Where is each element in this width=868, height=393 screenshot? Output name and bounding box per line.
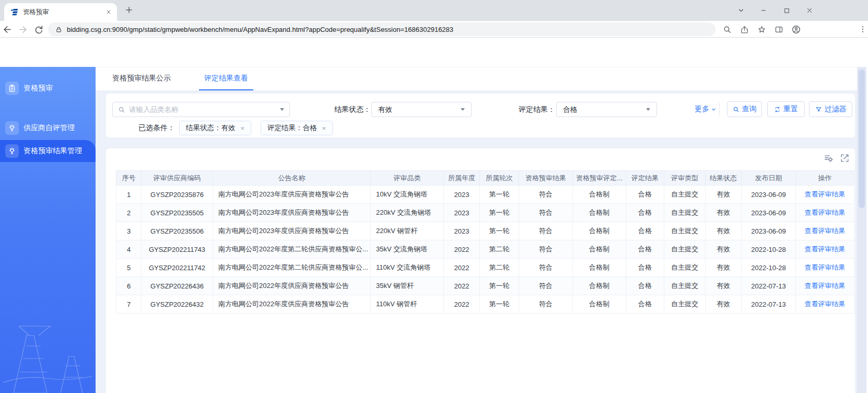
- review-type: 自主提交: [664, 295, 706, 314]
- filter-chip-verdict: 评定结果：合格 ×: [261, 121, 333, 135]
- selected-conditions-label: 已选条件：: [138, 123, 175, 133]
- review-type: 自主提交: [664, 186, 706, 204]
- notice-name: 南方电网公司2022年度第二轮供应商资格预审公...: [213, 259, 371, 277]
- eval-result: 合格: [626, 204, 664, 222]
- tab-prequal-result-publicity[interactable]: 资格预审结果公示: [107, 67, 176, 90]
- column-header: 资格预审结果: [519, 171, 573, 186]
- table-row: 6GYSZP20226436南方电网公司2022年度供应商资格预审公告35kV …: [116, 277, 854, 295]
- result-status: 有效: [706, 240, 742, 259]
- share-icon[interactable]: [738, 24, 750, 35]
- view-review-result-link[interactable]: 查看评审结果: [805, 245, 846, 253]
- new-tab-button[interactable]: [124, 5, 134, 15]
- address-bar[interactable]: bidding.csg.cn:9090/gmp/static/gmpweb/wo…: [48, 22, 715, 36]
- column-header: 结果状态: [706, 171, 742, 186]
- scrollbar-thumb[interactable]: [859, 70, 865, 208]
- eval-result: 合格: [626, 186, 664, 204]
- action-cell: 查看评审结果: [796, 204, 854, 222]
- chevron-down-icon: [280, 108, 284, 111]
- tab-close-icon[interactable]: [105, 9, 112, 15]
- tab-title: 资格预审: [23, 8, 101, 17]
- table-row: 3GYSZP20235506南方电网公司2023年度供应商资格预审公告220kV…: [116, 222, 854, 240]
- bookmark-star-icon[interactable]: [755, 24, 768, 35]
- table-row: 2GYSZP20235505南方电网公司2023年度供应商资格预审公告220kV…: [116, 204, 854, 222]
- prequal-eval-method: 合格制: [573, 204, 626, 222]
- clipboard-icon: [5, 82, 19, 95]
- category: 110kV 钢管杆: [371, 295, 444, 314]
- window-maximize-icon[interactable]: [780, 5, 793, 16]
- filter-chip-status: 结果状态：有效 ×: [179, 121, 251, 135]
- column-header: 所属年度: [444, 171, 480, 186]
- year: 2022: [444, 277, 480, 295]
- eval-result: 合格: [626, 295, 664, 314]
- supplier-code: GYSZP20235506: [142, 222, 213, 240]
- review-type: 自主提交: [664, 259, 706, 277]
- page-tabs: 资格预审结果公示 评定结果查看: [96, 67, 857, 91]
- view-review-result-link[interactable]: 查看评审结果: [805, 209, 846, 216]
- window-close-icon[interactable]: [803, 5, 816, 16]
- verdict-select[interactable]: 合格: [556, 102, 657, 117]
- status-select[interactable]: 有效: [371, 102, 472, 117]
- back-icon[interactable]: [1, 24, 14, 35]
- prequal-eval-method: 合格制: [573, 222, 626, 240]
- sidebar-item-prequal-result-mgmt[interactable]: 资格预审结果管理: [0, 140, 96, 162]
- sidebar-item-prequalification[interactable]: 资格预审: [0, 80, 96, 97]
- notice-name: 南方电网公司2023年度供应商资格预审公告: [213, 186, 371, 204]
- query-button[interactable]: 查询: [727, 101, 762, 117]
- notice-name: 南方电网公司2022年度供应商资格预审公告: [213, 277, 371, 295]
- column-header: 评审类型: [664, 171, 706, 186]
- search-placeholder: 请输入品类名称: [129, 105, 276, 114]
- category-search-select[interactable]: 请输入品类名称: [112, 102, 290, 117]
- prequal-result: 符合: [519, 259, 573, 277]
- tower-art: [3, 304, 92, 393]
- action-cell: 查看评审结果: [796, 222, 854, 240]
- result-status: 有效: [706, 259, 742, 277]
- reload-icon[interactable]: [32, 24, 45, 35]
- column-header: 评审供应商编码: [142, 171, 213, 186]
- year: 2022: [444, 259, 480, 277]
- view-review-result-link[interactable]: 查看评审结果: [805, 300, 846, 308]
- eval-result: 合格: [626, 240, 664, 259]
- view-review-result-link[interactable]: 查看评审结果: [805, 190, 846, 198]
- view-review-result-link[interactable]: 查看评审结果: [805, 263, 846, 271]
- prequal-result: 符合: [519, 186, 573, 204]
- round: 第二轮: [480, 259, 519, 277]
- review-type: 自主提交: [664, 222, 706, 240]
- notice-name: 南方电网公司2023年度供应商资格预审公告: [213, 204, 371, 222]
- table-header-row: 序号评审供应商编码公告名称评审品类所属年度所属轮次资格预审结果资格预审评定...…: [116, 171, 854, 186]
- column-header: 发布日期: [742, 171, 796, 186]
- window-minimize-icon[interactable]: [757, 5, 770, 16]
- sidebar: 资格预审 供应商自评管理 资格预审结果管理: [0, 67, 96, 393]
- forward-icon[interactable]: [16, 24, 29, 35]
- publish-date: 2022-10-28: [742, 259, 796, 277]
- table-row: 7GYSZP20226432南方电网公司2022年度供应商资格预审公告110kV…: [116, 295, 854, 314]
- filter-button[interactable]: 过滤器: [809, 101, 852, 117]
- prequal-eval-method: 合格制: [573, 295, 626, 314]
- prequal-eval-method: 合格制: [573, 259, 626, 277]
- zoom-page-icon[interactable]: [721, 24, 733, 35]
- favicon-csg-icon: [10, 8, 19, 16]
- browser-menu-kebab-icon[interactable]: [857, 24, 868, 35]
- category: 35kV 钢管杆: [371, 277, 444, 295]
- chip-close-icon[interactable]: ×: [241, 124, 245, 132]
- chip-close-icon[interactable]: ×: [322, 124, 326, 132]
- view-review-result-link[interactable]: 查看评审结果: [805, 282, 846, 290]
- side-panel-icon[interactable]: [772, 24, 785, 35]
- browser-tab[interactable]: 资格预审: [4, 3, 117, 21]
- column-settings-icon[interactable]: [824, 153, 834, 163]
- profile-avatar-icon[interactable]: [790, 24, 802, 35]
- prequal-result: 符合: [519, 295, 573, 314]
- bulb-icon: [5, 121, 19, 135]
- review-type: 自主提交: [664, 240, 706, 259]
- vertical-scrollbar: [857, 67, 866, 393]
- reset-button[interactable]: 重置: [767, 101, 805, 117]
- sidebar-item-supplier-self-eval[interactable]: 供应商自评管理: [0, 120, 96, 136]
- action-cell: 查看评审结果: [796, 277, 854, 295]
- tab-search-chevron-icon[interactable]: [735, 5, 747, 16]
- more-filters-link[interactable]: 更多: [695, 105, 717, 114]
- notice-name: 南方电网公司2023年度供应商资格预审公告: [213, 222, 371, 240]
- publish-date: 2022-10-28: [742, 240, 796, 259]
- tab-evaluation-result-view[interactable]: 评定结果查看: [199, 67, 253, 90]
- row-index: 2: [116, 204, 142, 222]
- fullscreen-icon[interactable]: [840, 153, 850, 163]
- view-review-result-link[interactable]: 查看评审结果: [805, 227, 846, 235]
